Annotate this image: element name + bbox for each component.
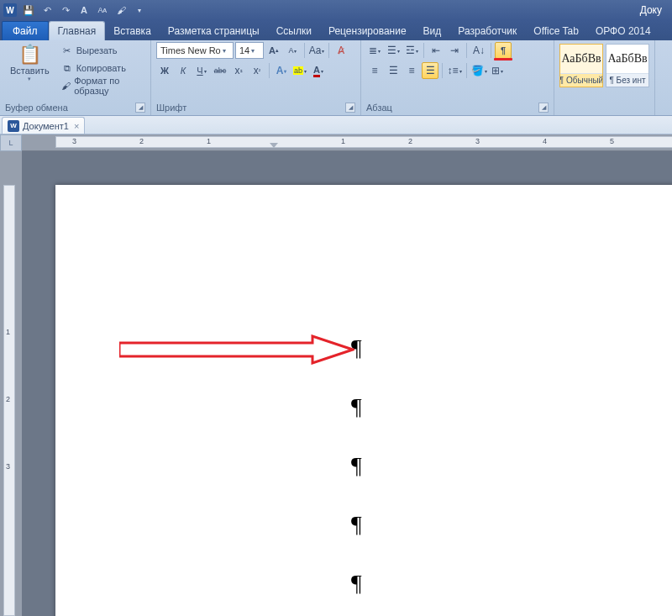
tab-home[interactable]: Главная (49, 21, 106, 40)
superscript-button[interactable]: x² (249, 62, 265, 79)
line-spacing-button[interactable]: ↕≡▾ (446, 62, 463, 79)
align-center-button[interactable]: ☰ (385, 62, 402, 79)
page[interactable]: ¶ ¶ ¶ ¶ ¶ (55, 185, 672, 616)
increase-indent-button[interactable]: ⇥ (446, 42, 463, 59)
font-grow-qat-icon[interactable]: A (76, 2, 92, 18)
strikethrough-button[interactable]: abc (212, 62, 228, 79)
vruler-tick: 2 (6, 395, 10, 403)
scissors-icon: ✂ (61, 45, 73, 56)
change-case-button[interactable]: Aa▾ (308, 42, 325, 59)
ruler-tick: 1 (341, 137, 345, 145)
vertical-ruler[interactable]: 1 2 3 (0, 151, 22, 616)
svg-marker-0 (119, 336, 353, 363)
qat-customize-icon[interactable]: ▾ (131, 2, 148, 18)
borders-button[interactable]: ⊞▾ (489, 62, 506, 79)
shading-button[interactable]: 🪣▾ (470, 62, 487, 79)
tab-office-tab[interactable]: Office Tab (525, 22, 587, 40)
grow-font-button[interactable]: A▴ (265, 42, 282, 59)
font-name-combo[interactable]: Times New Ro▾ (156, 42, 234, 59)
numbering-button[interactable]: ☰▾ (385, 42, 402, 59)
pilcrow-mark: ¶ (351, 334, 362, 361)
format-painter-button[interactable]: 🖌Формат по образцу (58, 77, 145, 94)
style-label: ¶ Обычный (560, 73, 602, 87)
shrink-font-button[interactable]: A▾ (284, 42, 301, 59)
clear-formatting-button[interactable]: A̷ (333, 42, 349, 59)
style-no-spacing[interactable]: АаБбВв ¶ Без инт (606, 44, 649, 87)
copy-button[interactable]: ⧉Копировать (58, 60, 145, 76)
tab-orfo[interactable]: ОРФО 2014 (587, 22, 659, 40)
show-pilcrow-button[interactable]: ¶ (495, 42, 512, 59)
ruler-tab-selector[interactable]: L (0, 134, 22, 151)
pilcrow-mark: ¶ (351, 570, 362, 597)
word-doc-icon: W (8, 120, 19, 132)
redo-icon[interactable]: ↷ (57, 2, 74, 18)
first-line-indent-marker[interactable] (270, 143, 278, 148)
align-right-button[interactable]: ≡ (403, 62, 420, 79)
tab-review[interactable]: Рецензирование (320, 22, 415, 40)
subscript-button[interactable]: x₂ (230, 62, 247, 79)
document-tabs: W Документ1 × (0, 116, 672, 134)
paste-label: Вставить (10, 66, 50, 76)
vruler-tick: 3 (6, 462, 10, 471)
ruler-tick: 4 (543, 137, 547, 145)
file-tab[interactable]: Файл (2, 21, 49, 40)
underline-button[interactable]: Ч▾ (193, 62, 210, 79)
pilcrow-mark: ¶ (351, 452, 362, 479)
decrease-indent-button[interactable]: ⇤ (428, 42, 444, 59)
ruler-tick: 2 (139, 137, 144, 145)
paste-icon: 📋 (18, 44, 41, 66)
ruler-tick: 5 (610, 137, 614, 145)
bullets-button[interactable]: ≣▾ (366, 42, 383, 59)
cut-button[interactable]: ✂Вырезать (58, 42, 145, 59)
document-tab[interactable]: W Документ1 × (2, 117, 85, 134)
font-size-combo[interactable]: 14▾ (235, 42, 264, 59)
format-painter-qat-icon[interactable]: 🖌 (113, 2, 129, 18)
italic-button[interactable]: К (175, 62, 192, 79)
text-effects-button[interactable]: A▾ (273, 62, 290, 79)
font-dialog-launcher[interactable]: ◢ (345, 103, 355, 113)
highlight-button[interactable]: ab▾ (291, 62, 308, 79)
font-size-value: 14 (239, 45, 249, 55)
brush-icon: 🖌 (61, 81, 71, 91)
window-title: Доку (148, 4, 669, 16)
ruler-tick: 2 (408, 137, 412, 145)
style-preview: АаБбВв (606, 45, 648, 73)
tab-insert[interactable]: Вставка (105, 22, 160, 40)
quick-access-toolbar: 💾 ↶ ↷ A Aᴀ 🖌 ▾ (20, 2, 148, 18)
bold-button[interactable]: Ж (156, 62, 173, 79)
clipboard-dialog-launcher[interactable]: ◢ (135, 103, 145, 113)
horizontal-ruler[interactable]: 3 2 1 1 2 3 4 5 (22, 134, 672, 151)
ruler-tick: 3 (475, 137, 480, 145)
save-icon[interactable]: 💾 (20, 2, 37, 18)
align-justify-button[interactable]: ☰ (422, 62, 438, 79)
close-tab-icon[interactable]: × (74, 121, 79, 131)
tab-developer[interactable]: Разработчик (449, 22, 525, 40)
copy-label: Копировать (76, 63, 126, 73)
align-left-button[interactable]: ≡ (366, 62, 383, 79)
style-label: ¶ Без инт (606, 73, 648, 87)
document-canvas[interactable]: ¶ ¶ ¶ ¶ ¶ (22, 151, 672, 616)
paragraph-dialog-launcher[interactable]: ◢ (538, 103, 549, 113)
pilcrow-mark: ¶ (351, 511, 362, 538)
ribbon-tabs: Файл Главная Вставка Разметка страницы С… (0, 20, 672, 40)
style-normal[interactable]: АаБбВв ¶ Обычный (559, 44, 603, 87)
vruler-tick: 1 (6, 328, 10, 336)
cut-label: Вырезать (76, 45, 118, 55)
undo-icon[interactable]: ↶ (39, 2, 55, 18)
style-preview: АаБбВв (560, 45, 602, 73)
paste-button[interactable]: 📋 Вставить ▾ (5, 42, 55, 84)
tab-page-layout[interactable]: Разметка страницы (160, 22, 268, 40)
format-painter-label: Формат по образцу (74, 76, 142, 96)
copy-icon: ⧉ (61, 63, 73, 74)
font-color-button[interactable]: A▾ (310, 62, 327, 79)
group-paragraph: ≣▾ ☰▾ ☲▾ ⇤ ⇥ A↓ ¶ ≡ ☰ ≡ ☰ ↕≡▾ 🪣▾ ⊞▾ (361, 40, 554, 115)
sort-button[interactable]: A↓ (470, 42, 487, 59)
ribbon: 📋 Вставить ▾ ✂Вырезать ⧉Копировать 🖌Форм… (0, 40, 672, 116)
group-font-title: Шрифт (156, 103, 186, 113)
font-shrink-qat-icon[interactable]: Aᴀ (94, 2, 111, 18)
pilcrow-mark: ¶ (351, 393, 362, 420)
group-paragraph-title: Абзац (366, 103, 392, 113)
tab-view[interactable]: Вид (415, 22, 450, 40)
multilevel-list-button[interactable]: ☲▾ (403, 42, 420, 59)
tab-references[interactable]: Ссылки (268, 22, 320, 40)
